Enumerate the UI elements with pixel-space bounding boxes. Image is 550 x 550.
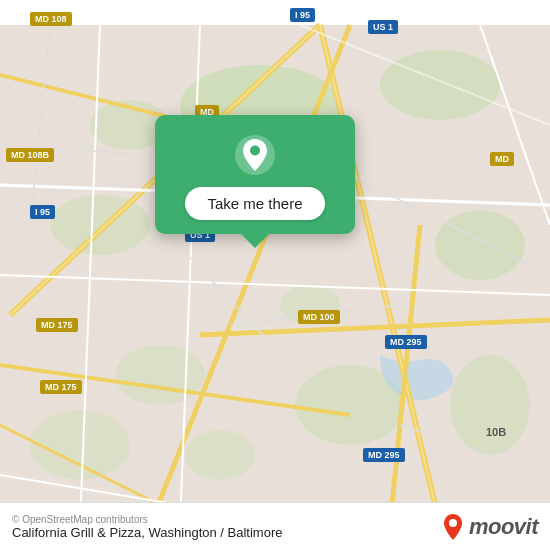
road-badge-md108b: MD 108B xyxy=(6,148,54,162)
svg-point-6 xyxy=(450,355,530,455)
bottom-left: © OpenStreetMap contributors California … xyxy=(12,514,282,540)
place-name: California Grill & Pizza, Washington / B… xyxy=(12,525,282,540)
road-badge-i95-left: I 95 xyxy=(30,205,55,219)
svg-point-7 xyxy=(115,345,205,405)
moovit-pin-icon xyxy=(442,513,464,541)
svg-point-9 xyxy=(185,430,255,480)
map-container: MD 108 I 95 US 1 MD I 95 US 1 MD 100 MD … xyxy=(0,0,550,550)
road-badge-md100: MD 100 xyxy=(298,310,340,324)
popup-card: Take me there xyxy=(155,115,355,234)
svg-point-39 xyxy=(449,519,457,527)
road-badge-md175-bl: MD 175 xyxy=(36,318,78,332)
svg-point-8 xyxy=(30,410,130,480)
svg-point-4 xyxy=(435,210,525,280)
svg-point-3 xyxy=(50,195,150,255)
moovit-logo: moovit xyxy=(442,513,538,541)
bottom-bar: © OpenStreetMap contributors California … xyxy=(0,502,550,550)
road-badge-us1-top: US 1 xyxy=(368,20,398,34)
road-badge-i95-top: I 95 xyxy=(290,8,315,22)
moovit-text: moovit xyxy=(469,514,538,540)
location-pin-icon xyxy=(233,133,277,177)
attribution-text: © OpenStreetMap contributors xyxy=(12,514,282,525)
svg-point-38 xyxy=(250,146,260,156)
svg-point-2 xyxy=(380,50,500,120)
take-me-there-button[interactable]: Take me there xyxy=(185,187,324,220)
road-badge-md175-b2: MD 175 xyxy=(40,380,82,394)
road-badge-md295-b2: MD 295 xyxy=(363,448,405,462)
road-badge-md-right: MD xyxy=(490,152,514,166)
road-badge-md295-r: MD 295 xyxy=(385,335,427,349)
road-badge-md108: MD 108 xyxy=(30,12,72,26)
road-badge-10b: 10B xyxy=(486,426,506,438)
